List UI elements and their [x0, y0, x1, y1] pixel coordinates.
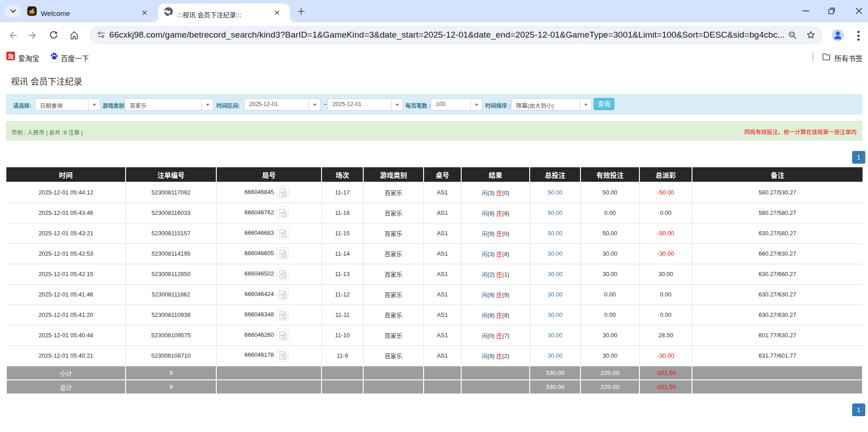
- svg-text:淘: 淘: [8, 52, 14, 60]
